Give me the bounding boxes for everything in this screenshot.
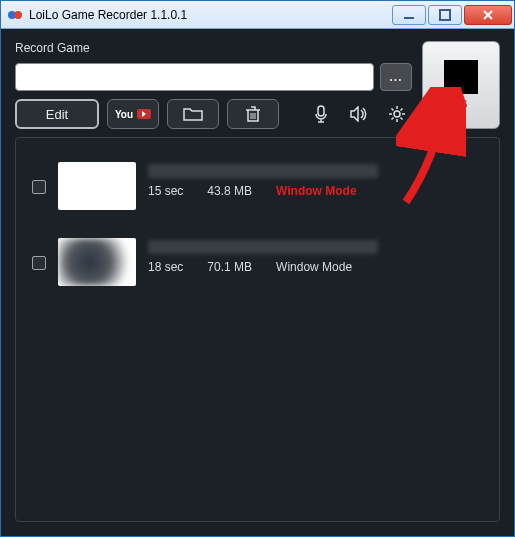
gear-icon — [388, 105, 406, 123]
svg-point-1 — [14, 11, 22, 19]
settings-button[interactable] — [382, 99, 412, 129]
app-icon — [7, 7, 23, 23]
app-body: Record Game ... Edit You — [1, 29, 514, 536]
mode: Window Mode — [276, 260, 352, 274]
toolbar: Edit You — [15, 99, 412, 129]
row-meta: 18 sec 70.1 MB Window Mode — [148, 238, 483, 274]
mic-icon — [314, 105, 328, 123]
game-path-input[interactable] — [15, 63, 374, 91]
folder-button[interactable] — [167, 99, 219, 129]
recordings-list: 15 sec 43.8 MB Window Mode 18 sec 70.1 M… — [15, 137, 500, 522]
duration: 18 sec — [148, 260, 183, 274]
row-checkbox[interactable] — [32, 256, 46, 270]
list-item[interactable]: 18 sec 70.1 MB Window Mode — [28, 224, 487, 300]
path-row: ... — [15, 63, 412, 91]
filename-blurred — [148, 240, 378, 254]
filesize: 43.8 MB — [207, 184, 252, 198]
window-title: LoiLo Game Recorder 1.1.0.1 — [29, 8, 392, 22]
thumbnail — [58, 238, 136, 286]
stop-icon — [444, 60, 478, 94]
trash-icon — [245, 105, 261, 123]
filesize: 70.1 MB — [207, 260, 252, 274]
record-hotkey-label: F6 — [455, 98, 468, 110]
record-game-label: Record Game — [15, 41, 412, 55]
thumbnail — [58, 162, 136, 210]
youtube-icon: You — [107, 109, 159, 120]
titlebar: LoiLo Game Recorder 1.1.0.1 — [1, 1, 514, 29]
list-item[interactable]: 15 sec 43.8 MB Window Mode — [28, 148, 487, 224]
left-column: Record Game ... Edit You — [15, 41, 412, 129]
svg-rect-4 — [318, 106, 324, 116]
maximize-button[interactable] — [428, 5, 462, 25]
close-button[interactable] — [464, 5, 512, 25]
svg-rect-3 — [440, 10, 450, 20]
top-row: Record Game ... Edit You — [15, 41, 500, 129]
duration: 15 sec — [148, 184, 183, 198]
delete-button[interactable] — [227, 99, 279, 129]
svg-point-5 — [394, 111, 400, 117]
record-button[interactable]: F6 — [422, 41, 500, 129]
youtube-button[interactable]: You — [107, 99, 159, 129]
folder-icon — [183, 106, 203, 122]
svg-rect-2 — [404, 17, 414, 19]
speaker-button[interactable] — [344, 99, 374, 129]
filename-blurred — [148, 164, 378, 178]
speaker-icon — [350, 106, 368, 122]
minimize-button[interactable] — [392, 5, 426, 25]
edit-button[interactable]: Edit — [15, 99, 99, 129]
mode: Window Mode — [276, 184, 357, 198]
app-window: LoiLo Game Recorder 1.1.0.1 Record Game … — [0, 0, 515, 537]
mic-button[interactable] — [306, 99, 336, 129]
row-meta: 15 sec 43.8 MB Window Mode — [148, 162, 483, 198]
browse-button[interactable]: ... — [380, 63, 412, 91]
row-checkbox[interactable] — [32, 180, 46, 194]
window-buttons — [392, 5, 512, 25]
